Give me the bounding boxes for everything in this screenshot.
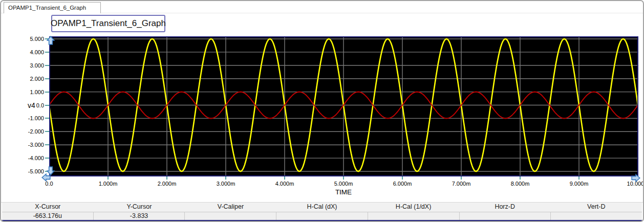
status-value-h-cal-dx — [276, 212, 368, 220]
y-tick-mark — [45, 78, 49, 79]
x-tick-mark — [166, 176, 167, 180]
y-tick-label-3-000: 3.000 — [12, 62, 44, 69]
y-tick-mark — [45, 52, 49, 53]
status-bar-headers: X-CursorY-CursorV-CaliperH-Cal (dX)H-Cal… — [2, 203, 642, 212]
y-tick-label-1-000: -1.000 — [12, 115, 44, 122]
y-tick-mark — [45, 105, 49, 106]
x-tick-label-2-000m: 2.000m — [151, 180, 183, 187]
y-tick-mark — [45, 144, 49, 145]
y-tick-mark — [45, 131, 49, 132]
graph-title: OPAMP1_Transient_6_Graph — [51, 18, 166, 29]
x-tick-label-9-000m: 9.000m — [563, 180, 595, 187]
y-tick-label-1-000: 1.000 — [12, 88, 44, 96]
scroll-left-icon[interactable] — [41, 173, 51, 182]
x-tick-mark — [402, 176, 403, 180]
status-value-h-cal-1-dx — [368, 212, 459, 220]
y-tick-label-3-000: -3.000 — [12, 141, 44, 148]
x-tick-mark — [578, 176, 579, 180]
y-tick-mark — [45, 118, 49, 119]
status-header-v-caliper: V-Caliper — [185, 203, 276, 212]
status-bar-values: -663.176u-3.833 — [2, 212, 642, 220]
y-tick-label-5-000: -5.000 — [12, 168, 44, 175]
x-tick-mark — [284, 176, 285, 180]
x-tick-label-1-000m: 1.000m — [92, 180, 124, 187]
graph-title-box[interactable]: OPAMP1_Transient_6_Graph — [51, 15, 165, 32]
x-tick-label-3-000m: 3.000m — [209, 180, 242, 187]
status-header-x-cursor: X-Cursor — [2, 203, 94, 212]
y-tick-label-4-000: 4.000 — [12, 49, 44, 56]
x-tick-mark — [225, 176, 226, 180]
x-tick-label-7-000m: 7.000m — [445, 180, 478, 187]
status-header-h-cal-dx: H-Cal (dX) — [276, 203, 368, 212]
y-tick-label-0-0: 0.0 — [12, 102, 44, 109]
tab-graph[interactable]: OPAMP1_Transient_6_Graph — [4, 2, 101, 13]
x-tick-mark — [108, 176, 109, 180]
status-value-x-cursor: -663.176u — [2, 212, 93, 220]
y-tick-mark — [45, 158, 49, 159]
x-tick-label-6-000m: 6.000m — [386, 180, 419, 187]
y-tick-mark — [45, 65, 49, 66]
status-header-y-cursor: Y-Cursor — [94, 203, 185, 212]
x-tick-label-4-000m: 4.000m — [268, 180, 301, 187]
y-tick-label-5-000: 5.000 — [12, 35, 44, 42]
x-tick-mark — [343, 176, 344, 180]
x-tick-mark — [461, 176, 462, 180]
status-value-vert-d — [550, 212, 642, 220]
status-header-vert-d: Vert-D — [550, 203, 642, 212]
status-value-y-cursor: -3.833 — [93, 212, 185, 220]
status-header-horz-d: Horz-D — [459, 203, 551, 212]
y-tick-label-2-000: -2.000 — [12, 128, 44, 135]
x-axis-title: TIME — [310, 188, 377, 196]
x-tick-label-8-000m: 8.000m — [504, 180, 536, 187]
waveform-svg — [49, 36, 638, 176]
y-tick-label-4-000: -4.000 — [12, 154, 44, 162]
scroll-right-icon[interactable] — [631, 173, 640, 183]
plot-area[interactable] — [49, 36, 638, 176]
x-tick-mark — [520, 176, 521, 180]
y-tick-label-2-000: 2.000 — [12, 75, 44, 82]
window-frame: OPAMP1_Transient_6_Graph OPAMP1_Transien… — [0, 0, 644, 222]
scroll-up-icon[interactable] — [46, 36, 55, 45]
bottom-accent-bar — [2, 220, 642, 221]
status-header-h-cal-1-dx: H-Cal (1/dX) — [368, 203, 459, 212]
status-value-horz-d — [459, 212, 551, 220]
x-tick-label-5-000m: 5.000m — [327, 180, 360, 187]
status-value-v-caliper — [184, 212, 276, 220]
y-tick-mark — [45, 92, 49, 93]
